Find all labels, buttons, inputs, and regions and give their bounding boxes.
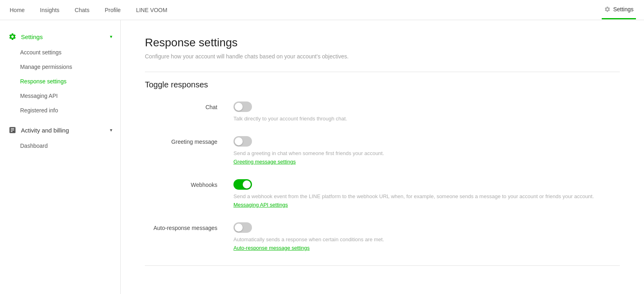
toggle-section-title: Toggle responses	[145, 80, 620, 89]
chevron-down-icon-2: ▾	[110, 127, 112, 133]
app-layout: Settings ▾ Account settings Manage permi…	[0, 20, 644, 294]
greeting-message-settings-link[interactable]: Greeting message settings	[233, 159, 296, 165]
sidebar-item-response-settings[interactable]: Response settings	[0, 74, 120, 89]
toggle-label-webhooks: Webhooks	[145, 179, 233, 188]
sidebar-item-dashboard[interactable]: Dashboard	[0, 139, 120, 153]
top-nav: Home Insights Chats Profile LINE VOOM Se…	[0, 0, 644, 20]
toggle-knob-chat	[235, 103, 243, 111]
main-content: Response settings Configure how your acc…	[121, 20, 644, 294]
nav-insights[interactable]: Insights	[38, 1, 61, 19]
toggle-desc-chat: Talk directly to your account friends th…	[233, 116, 620, 122]
toggle-knob-greeting	[235, 137, 243, 145]
sidebar-item-account-settings[interactable]: Account settings	[0, 45, 120, 60]
chevron-down-icon: ▾	[110, 34, 112, 39]
nav-linevoom[interactable]: LINE VOOM	[134, 1, 169, 19]
nav-settings[interactable]: Settings	[602, 0, 636, 19]
page-subtitle: Configure how your account will handle c…	[145, 53, 620, 60]
nav-profile[interactable]: Profile	[103, 1, 122, 19]
sidebar-billing-label: Activity and billing	[21, 127, 69, 134]
toggle-row-greeting: Greeting message Send a greeting in chat…	[145, 136, 620, 165]
sidebar-item-messaging-api[interactable]: Messaging API	[0, 89, 120, 103]
sidebar-item-registered-info[interactable]: Registered info	[0, 103, 120, 118]
toggle-label-autoresponse: Auto-response messages	[145, 222, 233, 231]
toggle-label-chat: Chat	[145, 101, 233, 110]
toggle-label-greeting: Greeting message	[145, 136, 233, 145]
nav-home[interactable]: Home	[8, 1, 26, 19]
sidebar: Settings ▾ Account settings Manage permi…	[0, 20, 121, 294]
gear-icon	[604, 6, 611, 12]
sidebar-settings-label: Settings	[21, 33, 43, 40]
nav-links: Home Insights Chats Profile LINE VOOM	[8, 1, 169, 19]
toggle-switch-webhooks[interactable]	[233, 179, 252, 190]
toggle-knob-webhooks	[243, 180, 251, 188]
billing-icon	[8, 126, 17, 135]
sidebar-billing-header[interactable]: Activity and billing ▾	[0, 122, 120, 139]
toggle-desc-webhooks: Send a webhook event from the LINE platf…	[233, 193, 620, 199]
auto-response-settings-link[interactable]: Auto-response message settings	[233, 245, 310, 251]
toggle-content-webhooks: Send a webhook event from the LINE platf…	[233, 179, 620, 208]
toggle-switch-autoresponse[interactable]	[233, 222, 252, 233]
page-title: Response settings	[145, 36, 620, 49]
sidebar-settings-header[interactable]: Settings ▾	[0, 28, 120, 45]
toggle-switch-greeting[interactable]	[233, 136, 252, 147]
divider-top	[145, 72, 620, 72]
toggle-content-chat: Talk directly to your account friends th…	[233, 101, 620, 122]
messaging-api-settings-link[interactable]: Messaging API settings	[233, 202, 288, 208]
toggle-row-webhooks: Webhooks Send a webhook event from the L…	[145, 179, 620, 208]
toggle-switch-chat[interactable]	[233, 101, 252, 112]
sidebar-item-manage-permissions[interactable]: Manage permissions	[0, 60, 120, 74]
settings-icon	[8, 32, 17, 41]
toggle-row-chat: Chat Talk directly to your account frien…	[145, 101, 620, 122]
toggle-content-greeting: Send a greeting in chat when someone fir…	[233, 136, 620, 165]
toggle-desc-greeting: Send a greeting in chat when someone fir…	[233, 150, 620, 156]
toggle-desc-autoresponse: Automatically sends a response when cert…	[233, 236, 620, 242]
toggle-content-autoresponse: Automatically sends a response when cert…	[233, 222, 620, 251]
toggle-row-autoresponse: Auto-response messages Automatically sen…	[145, 222, 620, 251]
nav-chats[interactable]: Chats	[73, 1, 91, 19]
divider-bottom	[145, 265, 620, 266]
settings-label: Settings	[613, 6, 634, 12]
toggle-knob-autoresponse	[235, 224, 243, 232]
